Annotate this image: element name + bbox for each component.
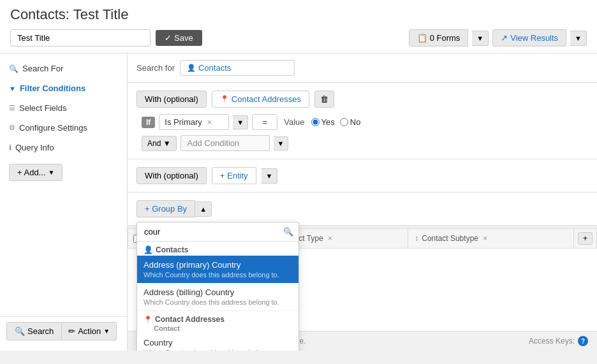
dropdown-search-input[interactable] [142, 225, 283, 238]
condition-row: If Is Primary × ▼ = Value Yes [136, 114, 588, 130]
col-plus: + [573, 229, 596, 249]
sidebar-item-query-info[interactable]: ℹ Query Info [0, 138, 127, 157]
item-subtitle: Which Country does this address belong t… [144, 298, 292, 306]
search-icon: 🔍 [9, 64, 18, 73]
action-button[interactable]: ✏ Action ▼ [62, 322, 117, 340]
toolbar: ✓ Save 📋 0 Forms ▼ ↗ View Results ▼ [10, 29, 587, 47]
main-layout: 🔍 Search For ▼ Filter Conditions ☰ Selec… [0, 54, 597, 351]
with-optional-entity-button[interactable]: With (optional) [136, 167, 207, 184]
and-button[interactable]: And ▼ [142, 136, 177, 151]
group-by-arrow[interactable]: ▲ [195, 201, 212, 217]
sidebar-bottom-actions: 🔍 Search ✏ Action ▼ [0, 316, 127, 346]
section-sub-label: Contact [144, 324, 292, 332]
settings-icon: ⚙ [9, 124, 15, 132]
item-title: Address (primary) Country [144, 260, 292, 270]
if-badge: If [142, 117, 155, 128]
item-subtitle: Which Country does this address belong t… [144, 271, 292, 279]
group-by-area: + Group By ▲ 🔍 👤 Contacts Address (p [128, 193, 597, 226]
field-dropdown-arrow[interactable]: ▼ [233, 115, 248, 129]
trash-button[interactable]: 🗑 [314, 91, 334, 108]
radio-group: Yes No [311, 117, 361, 127]
dropdown-item-address-billing-country[interactable]: Address (billing) Country Which Country … [137, 283, 298, 310]
group-by-row: + Group By ▲ [136, 200, 588, 217]
contact-subtype-x-icon[interactable]: × [483, 234, 487, 243]
sidebar-item-search-for[interactable]: 🔍 Search For [0, 59, 127, 78]
help-icon[interactable]: ? [578, 336, 588, 346]
access-keys: Access Keys: ? [529, 336, 588, 346]
add-column-button[interactable]: + [578, 232, 593, 245]
search-for-value[interactable]: 👤 Contacts [180, 60, 295, 76]
action-chevron-icon: ▼ [103, 328, 110, 335]
page-title: Contacts: Test Title [10, 6, 587, 23]
contact-addresses-button[interactable]: 📍 Contact Addresses [212, 91, 309, 108]
search-btn-icon: 🔍 [15, 326, 25, 336]
dropdown-item-country[interactable]: Country Which Country does this address … [137, 333, 298, 351]
contact-type-x-icon[interactable]: × [328, 234, 332, 243]
conditions-area: With (optional) 📍 Contact Addresses 🗑 If… [128, 83, 597, 159]
with-optional-row: With (optional) 📍 Contact Addresses 🗑 [136, 91, 588, 108]
view-results-button[interactable]: ↗ View Results [492, 29, 566, 47]
sidebar: 🔍 Search For ▼ Filter Conditions ☰ Selec… [0, 54, 128, 351]
pin-section-icon: 📍 [144, 316, 152, 324]
entity-area: With (optional) + Entity ▼ [128, 159, 597, 193]
external-link-icon: ↗ [501, 33, 508, 43]
dropdown-search-icon: 🔍 [283, 227, 293, 237]
entity-row: With (optional) + Entity ▼ [136, 167, 588, 184]
sidebar-item-select-fields[interactable]: ☰ Select Fields [0, 98, 127, 118]
radio-yes-label[interactable]: Yes [311, 117, 335, 127]
dropdown-group-contacts: 👤 Contacts [137, 242, 298, 256]
item-subtitle: Which Country does this address belong t… [144, 349, 292, 351]
dropdown-section-contact-addresses: 📍 Contact Addresses Contact [137, 310, 298, 333]
entity-dropdown-arrow[interactable]: ▼ [262, 168, 278, 184]
forms-button[interactable]: 📋 0 Forms [409, 29, 469, 47]
sidebar-item-configure-settings[interactable]: ⚙ Configure Settings [0, 118, 127, 138]
checkmark-icon: ✓ [165, 33, 172, 43]
add-condition-select[interactable]: Add Condition [181, 135, 270, 151]
dropdown-item-address-primary-country[interactable]: Address (primary) Country Which Country … [137, 256, 298, 283]
sidebar-item-filter-conditions[interactable]: ▼ Filter Conditions [0, 78, 127, 98]
search-for-bar: Search for 👤 Contacts [128, 54, 597, 83]
field-selector[interactable]: Is Primary × [159, 114, 229, 130]
field-x-icon[interactable]: × [207, 117, 212, 127]
page-header: Contacts: Test Title ✓ Save 📋 0 Forms ▼ … [0, 0, 597, 54]
forms-dropdown-arrow[interactable]: ▼ [472, 31, 489, 46]
pin-icon: 📍 [220, 95, 229, 103]
toolbar-right: 📋 0 Forms ▼ ↗ View Results ▼ [409, 29, 587, 47]
operator-display: = [252, 114, 277, 130]
radio-no-label[interactable]: No [340, 117, 361, 127]
item-title: Country [144, 338, 292, 347]
fields-icon: ☰ [9, 104, 15, 112]
contact-subtype-sort-icon[interactable]: ↕ [415, 234, 418, 243]
add-button[interactable]: + Add... ▼ [9, 164, 63, 181]
search-button[interactable]: 🔍 Search [6, 322, 62, 340]
cal-icon: 📋 [417, 33, 427, 43]
dropdown-search-row: 🔍 [137, 222, 298, 242]
info-icon: ℹ [9, 143, 11, 152]
view-results-dropdown-arrow[interactable]: ▼ [570, 31, 587, 46]
item-title: Address (billing) Country [144, 288, 292, 297]
radio-yes[interactable] [311, 118, 320, 126]
person-group-icon: 👤 [144, 245, 153, 254]
title-input[interactable] [10, 29, 151, 47]
col-contact-subtype: ↕ Contact Subtype × [408, 229, 573, 249]
value-label: Value [284, 117, 304, 127]
entity-button[interactable]: + Entity [212, 167, 256, 184]
add-condition-dropdown-arrow[interactable]: ▼ [274, 136, 289, 150]
radio-no[interactable] [340, 118, 348, 126]
pencil-icon: ✏ [68, 326, 75, 336]
chevron-down-icon: ▼ [48, 169, 54, 176]
search-for-label: Search for [136, 63, 175, 73]
save-button[interactable]: ✓ Save [156, 30, 202, 46]
content-area: Search for 👤 Contacts With (optional) 📍 … [128, 54, 597, 351]
with-optional-button[interactable]: With (optional) [136, 91, 207, 108]
group-by-button[interactable]: + Group By [136, 200, 195, 217]
group-by-dropdown: 🔍 👤 Contacts Address (primary) Country W… [136, 222, 299, 351]
filter-icon: ▼ [9, 85, 16, 92]
and-add-row: And ▼ Add Condition ▼ [136, 135, 588, 151]
person-icon: 👤 [187, 64, 196, 72]
